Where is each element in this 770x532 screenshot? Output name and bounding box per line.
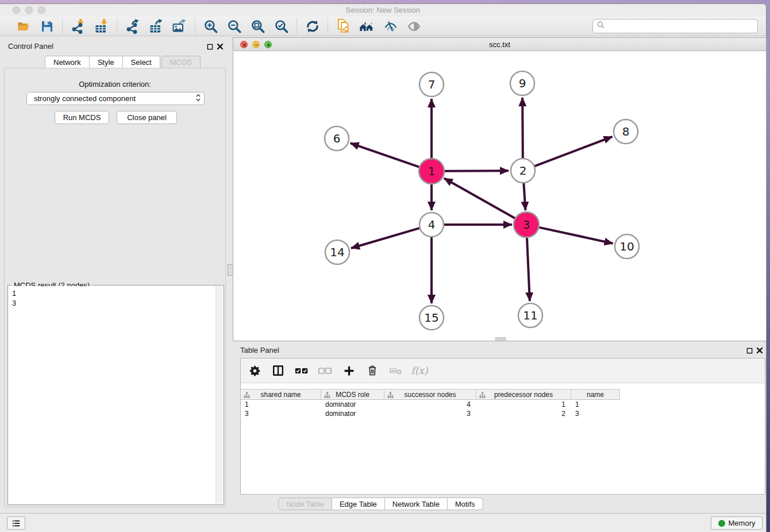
tab-select[interactable]: Select — [123, 56, 160, 68]
edge-3-10[interactable] — [538, 228, 613, 244]
node-7[interactable]: 7 — [419, 72, 444, 97]
memory-label: Memory — [729, 519, 756, 527]
node-10[interactable]: 10 — [615, 234, 639, 259]
tab-network-table[interactable]: Network Table — [385, 498, 448, 510]
show-graphics-icon[interactable] — [406, 18, 422, 34]
memory-button[interactable]: Memory — [711, 516, 763, 530]
column-label: successor nodes — [404, 391, 456, 399]
deselect-all-icon[interactable] — [318, 364, 332, 377]
table-cell: 1 — [241, 400, 321, 409]
result-line: 1 — [12, 288, 213, 298]
home-icon[interactable] — [359, 18, 375, 34]
edge-2-9[interactable] — [522, 98, 523, 158]
tab-motifs[interactable]: Motifs — [448, 498, 483, 510]
search-box[interactable] — [592, 19, 758, 33]
open-file-icon[interactable] — [16, 18, 31, 34]
toolbar-group — [297, 18, 328, 34]
search-input[interactable] — [605, 21, 757, 31]
column-header-successor-nodes[interactable]: successor nodes — [384, 389, 476, 400]
node-label: 7 — [428, 78, 436, 91]
column-header-name[interactable]: name — [571, 389, 620, 400]
table-row[interactable]: 3dominator323 — [241, 409, 765, 418]
network-title: scc.txt — [233, 38, 766, 51]
dropdown-stepper-icon — [195, 93, 201, 104]
export-table-icon[interactable] — [148, 18, 164, 34]
edge-1-2[interactable] — [444, 171, 509, 171]
edge-1-6[interactable] — [351, 143, 420, 167]
table-cell: dominator — [321, 409, 384, 418]
tab-edge-table[interactable]: Edge Table — [332, 498, 385, 510]
node-9[interactable]: 9 — [510, 71, 534, 95]
mcds-result-box: MCDS result (2 nodes) 13 — [7, 285, 224, 505]
node-table: shared nameMCDS rolesuccessor nodesprede… — [241, 389, 765, 418]
node-2[interactable]: 2 — [511, 159, 535, 183]
status-bar: Memory — [0, 513, 766, 532]
node-label: 3 — [523, 218, 530, 232]
tab-node-table[interactable]: Node Table — [278, 498, 332, 510]
hierarchy-icon — [244, 392, 250, 400]
node-3[interactable]: 3 — [514, 212, 539, 237]
node-1[interactable]: 1 — [419, 159, 444, 184]
node-14[interactable]: 14 — [325, 240, 349, 264]
close-panel-button[interactable]: Close panel — [117, 111, 177, 124]
style-preview-icon[interactable] — [383, 18, 398, 34]
column-layout-icon[interactable] — [271, 364, 285, 377]
table-row[interactable]: 1dominator411 — [241, 400, 765, 409]
close-table-panel-icon[interactable] — [756, 346, 764, 354]
settings-gear-icon[interactable] — [248, 364, 261, 377]
edge-4-14[interactable] — [351, 228, 419, 248]
task-history-button[interactable] — [7, 516, 25, 530]
duplicate-network-icon[interactable] — [336, 18, 351, 34]
window-titlebar: Session: New Session — [0, 4, 766, 17]
export-network-icon[interactable] — [125, 18, 140, 34]
desktop-background: Session: New Session Control Panel Netwo… — [0, 0, 770, 532]
list-icon — [11, 518, 21, 529]
edge-2-8[interactable] — [535, 137, 613, 166]
node-15[interactable]: 15 — [419, 306, 444, 330]
zoom-in-icon[interactable] — [203, 18, 218, 34]
node-8[interactable]: 8 — [614, 119, 638, 144]
edge-2-3[interactable] — [523, 183, 525, 210]
close-control-panel-icon[interactable] — [216, 43, 224, 51]
network-canvas[interactable]: 7968124314101511 — [234, 51, 765, 341]
tab-mcds[interactable]: MCDS — [161, 56, 201, 68]
optimization-criterion-dropdown[interactable]: strongly connected component — [26, 92, 205, 105]
node-label: 6 — [333, 132, 341, 145]
table-toolbar: f(x) — [241, 358, 765, 383]
float-table-panel-icon[interactable] — [745, 346, 753, 354]
node-6[interactable]: 6 — [325, 126, 349, 151]
delete-column-icon — [389, 364, 403, 377]
node-11[interactable]: 11 — [518, 303, 542, 327]
zoom-fit-icon[interactable] — [250, 18, 265, 34]
network-scroll-grip[interactable] — [495, 337, 506, 341]
control-panel-tabs: NetworkStyleSelectMCDS — [45, 56, 201, 68]
save-session-icon[interactable] — [39, 18, 55, 34]
add-row-icon[interactable] — [342, 364, 356, 377]
table-panel-tabs: Node TableEdge TableNetwork TableMotifs — [0, 498, 761, 510]
column-header-shared-name[interactable]: shared name — [241, 389, 321, 400]
export-image-icon[interactable] — [172, 18, 187, 34]
run-mcds-button[interactable]: Run MCDS — [55, 111, 109, 124]
edge-3-11[interactable] — [527, 237, 530, 301]
tab-style[interactable]: Style — [90, 56, 123, 68]
node-4[interactable]: 4 — [419, 213, 444, 237]
main-toolbar — [0, 17, 766, 36]
node-label: 11 — [523, 309, 537, 322]
node-label: 10 — [619, 240, 634, 253]
tab-network[interactable]: Network — [45, 56, 90, 68]
dropdown-value: strongly connected component — [34, 94, 136, 103]
table-cell: dominator — [321, 400, 384, 409]
import-table-icon[interactable] — [94, 18, 109, 34]
edge-3-1[interactable] — [444, 178, 515, 218]
import-network-icon[interactable] — [70, 18, 86, 34]
result-scrollbar[interactable] — [215, 286, 223, 504]
mcds-result-text[interactable]: 13 — [9, 286, 216, 504]
select-all-icon[interactable] — [295, 364, 309, 377]
column-header-predecessor-nodes[interactable]: predecessor nodes — [476, 389, 571, 400]
zoom-out-icon[interactable] — [226, 18, 242, 34]
zoom-selected-icon[interactable] — [274, 18, 289, 34]
delete-row-icon[interactable] — [365, 364, 379, 377]
refresh-layout-icon[interactable] — [305, 18, 320, 34]
column-header-MCDS-role[interactable]: MCDS role — [321, 389, 384, 400]
float-control-panel-icon[interactable] — [206, 43, 214, 51]
